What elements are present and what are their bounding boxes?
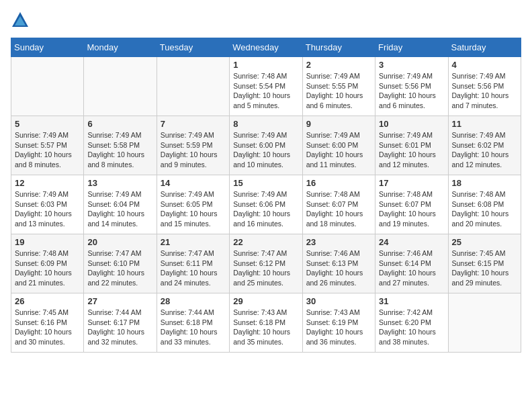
- weekday-header: Friday: [375, 38, 448, 57]
- day-info: Sunrise: 7:49 AMSunset: 6:01 PMDaylight:…: [379, 130, 444, 170]
- calendar-cell: [448, 293, 521, 353]
- day-info: Sunrise: 7:45 AMSunset: 6:16 PMDaylight:…: [15, 308, 80, 347]
- day-number: 25: [452, 237, 517, 247]
- weekday-header: Monday: [84, 38, 157, 57]
- day-info: Sunrise: 7:49 AMSunset: 5:55 PMDaylight:…: [306, 71, 371, 111]
- calendar-cell: 5Sunrise: 7:49 AMSunset: 5:57 PMDaylight…: [11, 116, 84, 175]
- day-info: Sunrise: 7:49 AMSunset: 6:06 PMDaylight:…: [233, 189, 298, 229]
- day-info: Sunrise: 7:45 AMSunset: 6:15 PMDaylight:…: [452, 248, 517, 288]
- day-number: 17: [379, 178, 444, 188]
- calendar-cell: 29Sunrise: 7:43 AMSunset: 6:18 PMDayligh…: [230, 293, 302, 353]
- calendar-cell: 18Sunrise: 7:48 AMSunset: 6:08 PMDayligh…: [448, 175, 521, 234]
- day-number: 3: [379, 60, 444, 70]
- day-info: Sunrise: 7:44 AMSunset: 6:18 PMDaylight:…: [161, 308, 226, 347]
- day-info: Sunrise: 7:48 AMSunset: 5:54 PMDaylight:…: [233, 71, 298, 111]
- day-info: Sunrise: 7:49 AMSunset: 6:00 PMDaylight:…: [233, 130, 298, 170]
- day-number: 19: [15, 237, 80, 247]
- day-info: Sunrise: 7:49 AMSunset: 6:02 PMDaylight:…: [452, 130, 517, 170]
- day-number: 30: [306, 296, 371, 306]
- day-number: 5: [15, 119, 80, 129]
- day-info: Sunrise: 7:49 AMSunset: 6:04 PMDaylight:…: [87, 189, 152, 229]
- day-number: 21: [161, 237, 226, 247]
- calendar-cell: [11, 57, 84, 116]
- day-info: Sunrise: 7:44 AMSunset: 6:17 PMDaylight:…: [87, 308, 152, 347]
- day-number: 7: [161, 119, 226, 129]
- day-info: Sunrise: 7:47 AMSunset: 6:12 PMDaylight:…: [233, 248, 298, 288]
- calendar-cell: 11Sunrise: 7:49 AMSunset: 6:02 PMDayligh…: [448, 116, 521, 175]
- day-number: 18: [452, 178, 517, 188]
- day-number: 2: [306, 60, 371, 70]
- day-number: 16: [306, 178, 371, 188]
- calendar-cell: 21Sunrise: 7:47 AMSunset: 6:11 PMDayligh…: [157, 234, 229, 293]
- day-info: Sunrise: 7:49 AMSunset: 5:56 PMDaylight:…: [452, 71, 517, 111]
- calendar-cell: 23Sunrise: 7:46 AMSunset: 6:13 PMDayligh…: [302, 234, 375, 293]
- day-info: Sunrise: 7:46 AMSunset: 6:14 PMDaylight:…: [379, 248, 444, 288]
- day-info: Sunrise: 7:43 AMSunset: 6:18 PMDaylight:…: [233, 308, 298, 347]
- day-info: Sunrise: 7:47 AMSunset: 6:11 PMDaylight:…: [161, 248, 226, 288]
- day-number: 20: [87, 237, 152, 247]
- calendar-cell: 28Sunrise: 7:44 AMSunset: 6:18 PMDayligh…: [157, 293, 229, 353]
- week-row: 12Sunrise: 7:49 AMSunset: 6:03 PMDayligh…: [11, 175, 521, 234]
- day-info: Sunrise: 7:49 AMSunset: 6:00 PMDaylight:…: [306, 130, 371, 170]
- day-info: Sunrise: 7:49 AMSunset: 5:58 PMDaylight:…: [87, 130, 152, 170]
- day-number: 10: [379, 119, 444, 129]
- calendar-cell: 3Sunrise: 7:49 AMSunset: 5:56 PMDaylight…: [375, 57, 448, 116]
- day-info: Sunrise: 7:46 AMSunset: 6:13 PMDaylight:…: [306, 248, 371, 288]
- day-number: 23: [306, 237, 371, 247]
- day-info: Sunrise: 7:48 AMSunset: 6:07 PMDaylight:…: [379, 189, 444, 229]
- calendar-table: SundayMondayTuesdayWednesdayThursdayFrid…: [11, 38, 521, 353]
- day-number: 9: [306, 119, 371, 129]
- week-row: 1Sunrise: 7:48 AMSunset: 5:54 PMDaylight…: [11, 57, 521, 116]
- calendar-body: 1Sunrise: 7:48 AMSunset: 5:54 PMDaylight…: [11, 57, 521, 353]
- day-number: 31: [379, 296, 444, 306]
- day-number: 12: [15, 178, 80, 188]
- calendar-cell: 22Sunrise: 7:47 AMSunset: 6:12 PMDayligh…: [230, 234, 302, 293]
- day-info: Sunrise: 7:49 AMSunset: 6:03 PMDaylight:…: [15, 189, 80, 229]
- day-number: 14: [161, 178, 226, 188]
- page-header: [11, 11, 521, 30]
- day-number: 28: [161, 296, 226, 306]
- calendar-cell: 30Sunrise: 7:43 AMSunset: 6:19 PMDayligh…: [302, 293, 375, 353]
- calendar-cell: 12Sunrise: 7:49 AMSunset: 6:03 PMDayligh…: [11, 175, 84, 234]
- day-number: 13: [87, 178, 152, 188]
- day-number: 6: [87, 119, 152, 129]
- calendar-cell: 25Sunrise: 7:45 AMSunset: 6:15 PMDayligh…: [448, 234, 521, 293]
- calendar-cell: 1Sunrise: 7:48 AMSunset: 5:54 PMDaylight…: [230, 57, 302, 116]
- calendar-cell: 8Sunrise: 7:49 AMSunset: 6:00 PMDaylight…: [230, 116, 302, 175]
- calendar-cell: 26Sunrise: 7:45 AMSunset: 6:16 PMDayligh…: [11, 293, 84, 353]
- week-row: 5Sunrise: 7:49 AMSunset: 5:57 PMDaylight…: [11, 116, 521, 175]
- calendar-cell: 9Sunrise: 7:49 AMSunset: 6:00 PMDaylight…: [302, 116, 375, 175]
- calendar-cell: 24Sunrise: 7:46 AMSunset: 6:14 PMDayligh…: [375, 234, 448, 293]
- calendar-cell: 19Sunrise: 7:48 AMSunset: 6:09 PMDayligh…: [11, 234, 84, 293]
- calendar-cell: 4Sunrise: 7:49 AMSunset: 5:56 PMDaylight…: [448, 57, 521, 116]
- day-number: 24: [379, 237, 444, 247]
- weekday-header: Wednesday: [230, 38, 302, 57]
- day-info: Sunrise: 7:49 AMSunset: 5:59 PMDaylight:…: [161, 130, 226, 170]
- day-number: 29: [233, 296, 298, 306]
- calendar-cell: 20Sunrise: 7:47 AMSunset: 6:10 PMDayligh…: [84, 234, 157, 293]
- calendar-cell: 14Sunrise: 7:49 AMSunset: 6:05 PMDayligh…: [157, 175, 229, 234]
- calendar-cell: 31Sunrise: 7:42 AMSunset: 6:20 PMDayligh…: [375, 293, 448, 353]
- day-number: 27: [87, 296, 152, 306]
- day-info: Sunrise: 7:47 AMSunset: 6:10 PMDaylight:…: [87, 248, 152, 288]
- calendar-header-row: SundayMondayTuesdayWednesdayThursdayFrid…: [11, 38, 521, 57]
- calendar-cell: 2Sunrise: 7:49 AMSunset: 5:55 PMDaylight…: [302, 57, 375, 116]
- day-number: 15: [233, 178, 298, 188]
- calendar-cell: 6Sunrise: 7:49 AMSunset: 5:58 PMDaylight…: [84, 116, 157, 175]
- day-info: Sunrise: 7:42 AMSunset: 6:20 PMDaylight:…: [379, 308, 444, 347]
- calendar-cell: 16Sunrise: 7:48 AMSunset: 6:07 PMDayligh…: [302, 175, 375, 234]
- day-number: 4: [452, 60, 517, 70]
- calendar-cell: 7Sunrise: 7:49 AMSunset: 5:59 PMDaylight…: [157, 116, 229, 175]
- day-info: Sunrise: 7:43 AMSunset: 6:19 PMDaylight:…: [306, 308, 371, 347]
- weekday-header: Saturday: [448, 38, 521, 57]
- day-info: Sunrise: 7:49 AMSunset: 5:56 PMDaylight:…: [379, 71, 444, 111]
- day-info: Sunrise: 7:48 AMSunset: 6:08 PMDaylight:…: [452, 189, 517, 229]
- calendar-cell: 15Sunrise: 7:49 AMSunset: 6:06 PMDayligh…: [230, 175, 302, 234]
- week-row: 26Sunrise: 7:45 AMSunset: 6:16 PMDayligh…: [11, 293, 521, 353]
- calendar-cell: [157, 57, 229, 116]
- day-info: Sunrise: 7:49 AMSunset: 6:05 PMDaylight:…: [161, 189, 226, 229]
- day-info: Sunrise: 7:48 AMSunset: 6:09 PMDaylight:…: [15, 248, 80, 288]
- day-number: 11: [452, 119, 517, 129]
- weekday-header: Thursday: [302, 38, 375, 57]
- day-info: Sunrise: 7:48 AMSunset: 6:07 PMDaylight:…: [306, 189, 371, 229]
